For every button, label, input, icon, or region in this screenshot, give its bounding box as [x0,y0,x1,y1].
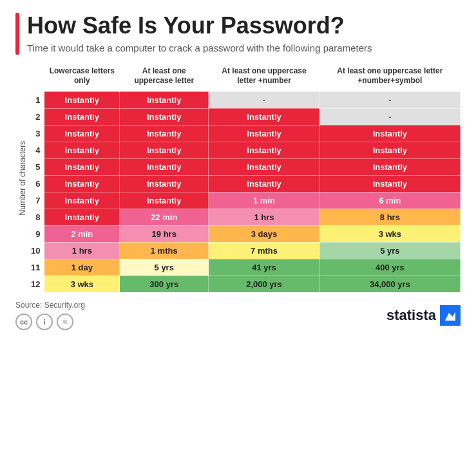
row-number: 6 [27,175,44,192]
y-axis-label: Number of characters [15,141,27,215]
table-cell: Instantly [209,125,320,142]
table-cell: Instantly [120,91,209,108]
row-number: 12 [27,276,44,292]
row-number: 9 [27,225,44,242]
table-row: 8Instantly22 min1 hrs8 hrs [27,209,461,225]
table-cell: Instantly [209,175,320,192]
table-cell: - [319,108,460,125]
col-header-num [27,64,44,92]
row-number: 11 [27,259,44,276]
header-text: How Safe Is Your Password? Time it would… [27,13,372,55]
row-number: 5 [27,158,44,175]
password-safety-table: Lowercase letters only At least one uppe… [27,64,461,293]
table-cell: 2 min [44,225,120,242]
header-section: How Safe Is Your Password? Time it would… [15,13,461,55]
table-cell: Instantly [319,142,460,158]
table-row: 2InstantlyInstantlyInstantly- [27,108,461,125]
table-cell: Instantly [120,125,209,142]
table-row: 3InstantlyInstantlyInstantlyInstantly [27,125,461,142]
table-cell: 8 hrs [319,209,460,225]
table-cell: Instantly [44,158,120,175]
table-row: 92 min19 hrs3 days3 wks [27,225,461,242]
row-number: 7 [27,192,44,209]
row-number: 4 [27,142,44,158]
statista-text: statista [386,307,436,324]
table-cell: Instantly [319,125,460,142]
table-cell: 6 min [319,192,460,209]
table-cell: - [319,91,460,108]
table-cell: Instantly [44,142,120,158]
table-row: 7InstantlyInstantly1 min6 min [27,192,461,209]
table-cell: Instantly [120,158,209,175]
table-row: 5InstantlyInstantlyInstantlyInstantly [27,158,461,175]
table-row: 111 day5 yrs41 yrs400 yrs [27,259,461,276]
info-icon: i [36,314,53,330]
table-cell: Instantly [44,91,120,108]
table-cell: Instantly [120,142,209,158]
table-cell: 5 yrs [319,242,460,259]
cc-icon: cc [15,314,32,330]
table-cell: Instantly [44,175,120,192]
table-cell: 1 hrs [44,242,120,259]
table-cell: Instantly [120,192,209,209]
table-row: 1InstantlyInstantly-- [27,91,461,108]
table-container: Lowercase letters only At least one uppe… [27,64,461,293]
table-cell: Instantly [319,175,460,192]
table-cell: Instantly [44,125,120,142]
table-cell: 2,000 yrs [209,276,320,292]
footer: Source: Security.org cc i = statista [15,301,461,330]
cc-icons: cc i = [15,314,85,330]
table-cell: 3 wks [44,276,120,292]
main-title: How Safe Is Your Password? [27,13,372,39]
table-cell: Instantly [120,108,209,125]
subtitle: Time it would take a computer to crack a… [27,41,372,55]
row-number: 10 [27,242,44,259]
row-number: 1 [27,91,44,108]
table-cell: 3 wks [319,225,460,242]
table-cell: Instantly [319,158,460,175]
table-cell: 41 yrs [209,259,320,276]
source-text: Source: Security.org [15,301,85,310]
row-number: 2 [27,108,44,125]
table-cell: 1 hrs [209,209,320,225]
table-cell: 1 min [209,192,320,209]
svg-marker-0 [445,312,455,321]
table-row: 6InstantlyInstantlyInstantlyInstantly [27,175,461,192]
table-cell: Instantly [44,209,120,225]
table-cell: 1 day [44,259,120,276]
table-cell: 5 yrs [120,259,209,276]
table-cell: 400 yrs [319,259,460,276]
statista-icon [440,305,461,326]
col-header-lowercase: Lowercase letters only [44,64,120,92]
statista-logo: statista [386,305,461,326]
table-cell: Instantly [209,158,320,175]
table-row: 101 hrs1 mths7 mths5 yrs [27,242,461,259]
table-cell: Instantly [44,108,120,125]
table-cell: - [209,91,320,108]
table-cell: 34,000 yrs [319,276,460,292]
col-header-upper-number: At least one uppercase letter +number [209,64,320,92]
table-wrapper: Number of characters Lowercase letters o… [15,64,461,293]
table-cell: 7 mths [209,242,320,259]
table-cell: 3 days [209,225,320,242]
table-cell: 22 min [120,209,209,225]
table-cell: Instantly [120,175,209,192]
equals-icon: = [57,314,73,330]
table-cell: Instantly [44,192,120,209]
table-cell: Instantly [209,142,320,158]
table-cell: 19 hrs [120,225,209,242]
col-header-uppercase: At least one uppercase letter [120,64,209,92]
red-accent-bar [15,13,19,55]
table-cell: 1 mths [120,242,209,259]
col-header-upper-number-symbol: At least one uppercase letter +number+sy… [319,64,460,92]
table-row: 123 wks300 yrs2,000 yrs34,000 yrs [27,276,461,292]
table-cell: Instantly [209,108,320,125]
row-number: 3 [27,125,44,142]
row-number: 8 [27,209,44,225]
table-row: 4InstantlyInstantlyInstantlyInstantly [27,142,461,158]
table-cell: 300 yrs [120,276,209,292]
